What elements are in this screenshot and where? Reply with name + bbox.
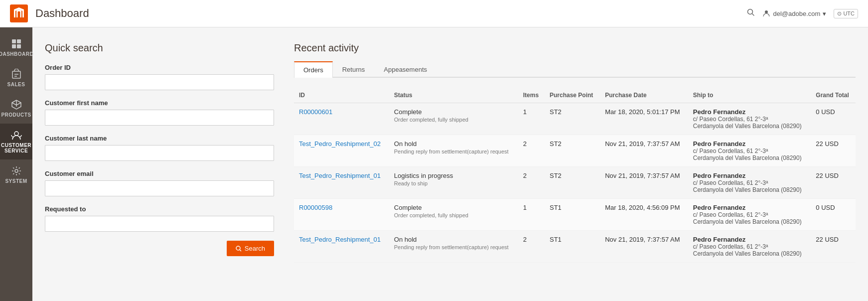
sidebar-item-dashboard[interactable]: DASHBOARD — [0, 32, 32, 63]
ship-name: Pedro Fernandez — [693, 140, 806, 148]
order-id-link[interactable]: Test_Pedro_Reshipment_01 — [299, 172, 381, 179]
last-name-group: Customer last name — [45, 135, 274, 161]
cell-id: Test_Pedro_Reshipment_01 — [294, 167, 389, 199]
email-group: Customer email — [45, 170, 274, 196]
recent-activity-panel: Recent activity Orders Returns Appeaseme… — [294, 42, 856, 263]
cell-id: R00000598 — [294, 199, 389, 231]
ship-addr2: Cerdanyola del Valles Barcelona (08290) — [693, 218, 806, 225]
order-id-group: Order ID — [45, 64, 274, 90]
cell-purchase-point: ST1 — [545, 199, 600, 231]
global-search-icon[interactable] — [747, 8, 755, 18]
sidebar-item-customer-service[interactable]: CUSTOMER SERVICE — [0, 124, 32, 159]
cell-grand-total: 22 USD — [811, 167, 856, 199]
svg-line-2 — [752, 14, 754, 16]
cell-purchase-date: Nov 21, 2019, 7:37:57 AM — [600, 135, 688, 167]
tab-returns[interactable]: Returns — [333, 61, 375, 78]
table-header-row: ID Status Items Purchase Point Purchase … — [294, 88, 856, 103]
ship-name: Pedro Fernandez — [693, 204, 806, 211]
user-menu[interactable]: del@adobe.com ▾ — [762, 9, 826, 17]
ship-addr2: Cerdanyola del Valles Barcelona (08290) — [693, 186, 806, 193]
sidebar-label-customer-service: CUSTOMER SERVICE — [1, 143, 31, 153]
status-sub: Order completed, fully shipped — [394, 117, 513, 123]
svg-rect-8 — [12, 71, 20, 78]
cell-status: Complete Order completed, fully shipped — [389, 103, 518, 135]
status-main: Complete — [394, 108, 513, 116]
last-name-input[interactable] — [45, 145, 274, 161]
cell-purchase-date: Nov 21, 2019, 7:37:57 AM — [600, 167, 688, 199]
svg-rect-4 — [12, 39, 16, 43]
ship-addr1: c/ Paseo Cordellas, 61 2°-3ª — [693, 179, 806, 186]
quick-search-title: Quick search — [45, 42, 274, 54]
cell-id: R00000601 — [294, 103, 389, 135]
order-id-link[interactable]: Test_Pedro_Reshipment_02 — [299, 140, 381, 148]
sidebar-item-system[interactable]: SYSTEM — [0, 159, 32, 190]
cell-purchase-point: ST2 — [545, 135, 600, 167]
cell-purchase-date: Mar 18, 2020, 5:01:17 PM — [600, 103, 688, 135]
sidebar-label-products: PRODUCTS — [1, 112, 31, 118]
search-button[interactable]: Search — [227, 241, 274, 256]
tab-orders[interactable]: Orders — [294, 61, 333, 78]
activity-tabs: Orders Returns Appeasements — [294, 61, 856, 78]
ship-addr1: c/ Paseo Cordellas, 61 2°-3ª — [693, 148, 806, 154]
email-input[interactable] — [45, 180, 274, 196]
cell-status: Logistics in progress Ready to ship — [389, 167, 518, 199]
col-purchase-date: Purchase Date — [600, 88, 688, 103]
first-name-group: Customer first name — [45, 99, 274, 126]
ship-addr2: Cerdanyola del Valles Barcelona (08290) — [693, 250, 806, 257]
cell-items: 1 — [518, 199, 545, 231]
requested-to-input[interactable] — [45, 216, 274, 232]
svg-point-1 — [748, 9, 753, 14]
order-id-link[interactable]: Test_Pedro_Reshipment_01 — [299, 236, 381, 243]
cell-items: 1 — [518, 103, 545, 135]
order-id-input[interactable] — [45, 74, 274, 90]
table-row: R00000598 Complete Order completed, full… — [294, 199, 856, 231]
order-id-link[interactable]: R00000601 — [299, 108, 332, 116]
table-row: Test_Pedro_Reshipment_01 On hold Pending… — [294, 231, 856, 263]
ship-addr2: Cerdanyola del Valles Barcelona (08290) — [693, 123, 806, 130]
main-content: Quick search Order ID Customer first nam… — [32, 27, 868, 278]
col-purchase-point: Purchase Point — [545, 88, 600, 103]
svg-point-3 — [765, 10, 768, 13]
status-sub: Ready to ship — [394, 180, 513, 186]
header-right: del@adobe.com ▾ ⊙ UTC — [747, 8, 858, 18]
ship-name: Pedro Fernandez — [693, 108, 806, 116]
cell-status: On hold Pending reply from settlement(ca… — [389, 231, 518, 263]
recent-activity-title: Recent activity — [294, 42, 856, 54]
status-main: On hold — [394, 236, 513, 243]
order-id-link[interactable]: R00000598 — [299, 204, 332, 211]
status-sub: Pending reply from settlement(capture) r… — [394, 244, 513, 250]
cell-id: Test_Pedro_Reshipment_02 — [294, 135, 389, 167]
tab-appeasements[interactable]: Appeasements — [374, 61, 436, 78]
cell-status: Complete Order completed, fully shipped — [389, 199, 518, 231]
col-ship-to: Ship to — [688, 88, 811, 103]
status-main: Complete — [394, 204, 513, 211]
search-btn-icon — [236, 246, 242, 252]
svg-rect-6 — [12, 44, 16, 48]
cell-items: 2 — [518, 167, 545, 199]
col-id: ID — [294, 88, 389, 103]
cell-purchase-date: Nov 21, 2019, 7:37:57 AM — [600, 231, 688, 263]
col-status: Status — [389, 88, 518, 103]
svg-point-13 — [236, 246, 240, 250]
last-name-label: Customer last name — [45, 135, 274, 142]
cell-grand-total: 22 USD — [811, 135, 856, 167]
cell-purchase-point: ST2 — [545, 103, 600, 135]
cell-grand-total: 0 USD — [811, 199, 856, 231]
cell-ship-to: Pedro Fernandez c/ Paseo Cordellas, 61 2… — [688, 103, 811, 135]
ship-addr2: Cerdanyola del Valles Barcelona (08290) — [693, 154, 806, 161]
user-email: del@adobe.com — [773, 10, 820, 17]
svg-rect-0 — [10, 4, 28, 22]
ship-addr1: c/ Paseo Cordellas, 61 2°-3ª — [693, 243, 806, 250]
cell-purchase-date: Mar 18, 2020, 4:56:09 PM — [600, 199, 688, 231]
col-grand-total: Grand Total — [811, 88, 856, 103]
ship-name: Pedro Fernandez — [693, 172, 806, 179]
cell-items: 2 — [518, 231, 545, 263]
sidebar-item-sales[interactable]: SALES — [0, 63, 32, 93]
status-main: On hold — [394, 140, 513, 148]
logo — [10, 4, 28, 22]
table-row: Test_Pedro_Reshipment_02 On hold Pending… — [294, 135, 856, 167]
first-name-input[interactable] — [45, 110, 274, 126]
sidebar-item-products[interactable]: PRODUCTS — [0, 93, 32, 124]
order-id-label: Order ID — [45, 64, 274, 71]
ship-name: Pedro Fernandez — [693, 236, 806, 243]
